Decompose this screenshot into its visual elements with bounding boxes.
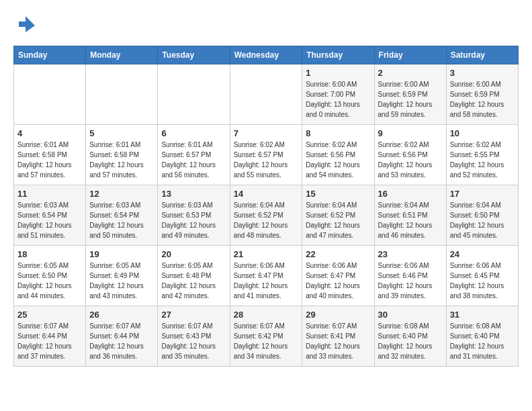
day-number: 17 bbox=[450, 189, 515, 199]
day-cell: 1Sunrise: 6:00 AMSunset: 7:00 PMDaylight… bbox=[302, 64, 374, 125]
day-cell: 3Sunrise: 6:00 AMSunset: 6:59 PMDaylight… bbox=[446, 64, 518, 125]
day-number: 12 bbox=[89, 189, 154, 199]
day-cell: 12Sunrise: 6:03 AMSunset: 6:54 PMDayligh… bbox=[86, 185, 158, 246]
day-info: Sunrise: 6:03 AMSunset: 6:54 PMDaylight:… bbox=[17, 200, 82, 240]
day-number: 21 bbox=[234, 249, 299, 259]
day-cell: 6Sunrise: 6:01 AMSunset: 6:57 PMDaylight… bbox=[158, 125, 230, 185]
day-info: Sunrise: 6:08 AMSunset: 6:40 PMDaylight:… bbox=[378, 321, 443, 361]
day-info: Sunrise: 6:01 AMSunset: 6:57 PMDaylight:… bbox=[161, 140, 226, 180]
day-cell: 17Sunrise: 6:04 AMSunset: 6:50 PMDayligh… bbox=[446, 185, 518, 246]
day-cell: 13Sunrise: 6:03 AMSunset: 6:53 PMDayligh… bbox=[158, 185, 230, 246]
day-cell bbox=[14, 64, 86, 125]
day-cell: 9Sunrise: 6:02 AMSunset: 6:56 PMDaylight… bbox=[374, 125, 446, 185]
day-info: Sunrise: 6:07 AMSunset: 6:42 PMDaylight:… bbox=[234, 321, 299, 361]
day-number: 30 bbox=[378, 310, 443, 320]
day-number: 9 bbox=[378, 128, 443, 138]
day-number: 8 bbox=[306, 128, 370, 138]
day-number: 22 bbox=[306, 249, 370, 259]
day-number: 10 bbox=[450, 128, 515, 138]
day-info: Sunrise: 6:07 AMSunset: 6:44 PMDaylight:… bbox=[17, 321, 82, 361]
day-number: 19 bbox=[89, 249, 154, 259]
day-info: Sunrise: 6:00 AMSunset: 7:00 PMDaylight:… bbox=[306, 79, 370, 120]
calendar-header-row: SundayMondayTuesdayWednesdayThursdayFrid… bbox=[14, 46, 519, 64]
day-info: Sunrise: 6:03 AMSunset: 6:53 PMDaylight:… bbox=[161, 200, 226, 240]
day-cell: 2Sunrise: 6:00 AMSunset: 6:59 PMDaylight… bbox=[374, 64, 446, 125]
day-cell: 15Sunrise: 6:04 AMSunset: 6:52 PMDayligh… bbox=[302, 185, 374, 246]
day-info: Sunrise: 6:05 AMSunset: 6:50 PMDaylight:… bbox=[17, 261, 82, 301]
day-info: Sunrise: 6:01 AMSunset: 6:58 PMDaylight:… bbox=[17, 140, 82, 180]
day-info: Sunrise: 6:02 AMSunset: 6:56 PMDaylight:… bbox=[306, 140, 370, 180]
header-tuesday: Tuesday bbox=[158, 46, 230, 64]
day-cell: 20Sunrise: 6:05 AMSunset: 6:48 PMDayligh… bbox=[158, 246, 230, 306]
day-cell: 14Sunrise: 6:04 AMSunset: 6:52 PMDayligh… bbox=[230, 185, 302, 246]
header-sunday: Sunday bbox=[14, 46, 86, 64]
day-number: 16 bbox=[378, 189, 443, 199]
day-info: Sunrise: 6:02 AMSunset: 6:55 PMDaylight:… bbox=[450, 140, 515, 180]
day-number: 27 bbox=[161, 310, 226, 320]
day-info: Sunrise: 6:07 AMSunset: 6:41 PMDaylight:… bbox=[306, 321, 370, 361]
day-cell bbox=[86, 64, 158, 125]
day-number: 11 bbox=[17, 189, 82, 199]
day-info: Sunrise: 6:08 AMSunset: 6:40 PMDaylight:… bbox=[450, 321, 515, 361]
day-number: 20 bbox=[161, 249, 226, 259]
day-number: 25 bbox=[17, 310, 82, 320]
header-saturday: Saturday bbox=[446, 46, 518, 64]
day-cell: 11Sunrise: 6:03 AMSunset: 6:54 PMDayligh… bbox=[14, 185, 86, 246]
day-cell: 10Sunrise: 6:02 AMSunset: 6:55 PMDayligh… bbox=[446, 125, 518, 185]
day-info: Sunrise: 6:05 AMSunset: 6:49 PMDaylight:… bbox=[89, 261, 154, 301]
logo-icon bbox=[13, 13, 35, 35]
day-cell: 30Sunrise: 6:08 AMSunset: 6:40 PMDayligh… bbox=[374, 306, 446, 367]
day-cell: 23Sunrise: 6:06 AMSunset: 6:46 PMDayligh… bbox=[374, 246, 446, 306]
day-number: 23 bbox=[378, 249, 443, 259]
week-row-1: 1Sunrise: 6:00 AMSunset: 7:00 PMDaylight… bbox=[14, 64, 519, 125]
week-row-3: 11Sunrise: 6:03 AMSunset: 6:54 PMDayligh… bbox=[14, 185, 519, 246]
day-number: 24 bbox=[450, 249, 515, 259]
day-info: Sunrise: 6:07 AMSunset: 6:43 PMDaylight:… bbox=[161, 321, 226, 361]
day-cell: 8Sunrise: 6:02 AMSunset: 6:56 PMDaylight… bbox=[302, 125, 374, 185]
day-info: Sunrise: 6:04 AMSunset: 6:52 PMDaylight:… bbox=[234, 200, 299, 240]
day-number: 2 bbox=[378, 68, 443, 78]
day-cell: 5Sunrise: 6:01 AMSunset: 6:58 PMDaylight… bbox=[86, 125, 158, 185]
header-thursday: Thursday bbox=[302, 46, 374, 64]
day-number: 14 bbox=[234, 189, 299, 199]
day-cell: 7Sunrise: 6:02 AMSunset: 6:57 PMDaylight… bbox=[230, 125, 302, 185]
day-info: Sunrise: 6:04 AMSunset: 6:51 PMDaylight:… bbox=[378, 200, 443, 240]
day-number: 7 bbox=[234, 128, 299, 138]
day-number: 28 bbox=[234, 310, 299, 320]
day-cell: 4Sunrise: 6:01 AMSunset: 6:58 PMDaylight… bbox=[14, 125, 86, 185]
day-cell: 29Sunrise: 6:07 AMSunset: 6:41 PMDayligh… bbox=[302, 306, 374, 367]
day-number: 4 bbox=[17, 128, 82, 138]
day-info: Sunrise: 6:07 AMSunset: 6:44 PMDaylight:… bbox=[89, 321, 154, 361]
day-info: Sunrise: 6:03 AMSunset: 6:54 PMDaylight:… bbox=[89, 200, 154, 240]
week-row-5: 25Sunrise: 6:07 AMSunset: 6:44 PMDayligh… bbox=[14, 306, 519, 367]
day-number: 31 bbox=[450, 310, 515, 320]
day-number: 6 bbox=[161, 128, 226, 138]
page-header bbox=[13, 13, 519, 35]
header-friday: Friday bbox=[374, 46, 446, 64]
day-number: 15 bbox=[306, 189, 370, 199]
day-cell: 27Sunrise: 6:07 AMSunset: 6:43 PMDayligh… bbox=[158, 306, 230, 367]
day-number: 3 bbox=[450, 68, 515, 78]
day-info: Sunrise: 6:06 AMSunset: 6:46 PMDaylight:… bbox=[378, 261, 443, 301]
day-info: Sunrise: 6:06 AMSunset: 6:45 PMDaylight:… bbox=[450, 261, 515, 301]
day-cell: 22Sunrise: 6:06 AMSunset: 6:47 PMDayligh… bbox=[302, 246, 374, 306]
day-info: Sunrise: 6:00 AMSunset: 6:59 PMDaylight:… bbox=[378, 79, 443, 120]
day-number: 29 bbox=[306, 310, 370, 320]
week-row-2: 4Sunrise: 6:01 AMSunset: 6:58 PMDaylight… bbox=[14, 125, 519, 185]
day-info: Sunrise: 6:00 AMSunset: 6:59 PMDaylight:… bbox=[450, 79, 515, 120]
day-info: Sunrise: 6:02 AMSunset: 6:56 PMDaylight:… bbox=[378, 140, 443, 180]
day-cell: 21Sunrise: 6:06 AMSunset: 6:47 PMDayligh… bbox=[230, 246, 302, 306]
day-number: 26 bbox=[89, 310, 154, 320]
day-cell: 19Sunrise: 6:05 AMSunset: 6:49 PMDayligh… bbox=[86, 246, 158, 306]
day-number: 18 bbox=[17, 249, 82, 259]
day-cell: 18Sunrise: 6:05 AMSunset: 6:50 PMDayligh… bbox=[14, 246, 86, 306]
day-number: 13 bbox=[161, 189, 226, 199]
header-monday: Monday bbox=[86, 46, 158, 64]
day-cell bbox=[230, 64, 302, 125]
day-cell: 26Sunrise: 6:07 AMSunset: 6:44 PMDayligh… bbox=[86, 306, 158, 367]
logo bbox=[13, 13, 38, 35]
day-info: Sunrise: 6:05 AMSunset: 6:48 PMDaylight:… bbox=[161, 261, 226, 301]
day-info: Sunrise: 6:01 AMSunset: 6:58 PMDaylight:… bbox=[89, 140, 154, 180]
header-wednesday: Wednesday bbox=[230, 46, 302, 64]
day-cell: 24Sunrise: 6:06 AMSunset: 6:45 PMDayligh… bbox=[446, 246, 518, 306]
